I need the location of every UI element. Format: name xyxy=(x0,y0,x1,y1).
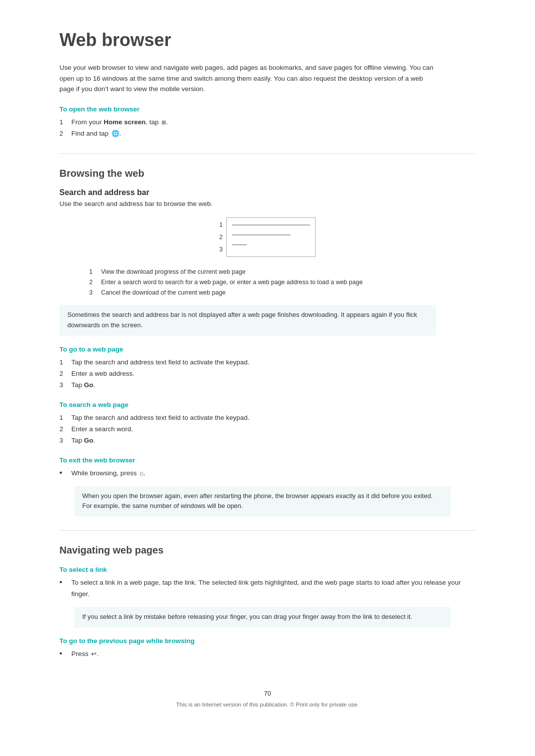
select-link-bullets: • To select a link in a web page, tap th… xyxy=(59,577,476,600)
exit-browser-bullet: • While browsing, press ⌂. xyxy=(59,468,476,479)
go-to-page-step-1: 1 Tap the search and address text field … xyxy=(59,357,476,368)
divider-1 xyxy=(59,153,476,154)
intro-paragraph: Use your web browser to view and navigat… xyxy=(59,62,436,95)
home-screen-bold: Home screen xyxy=(104,118,146,126)
browsing-web-heading: Browsing the web xyxy=(59,168,476,179)
go-bold-2: Go xyxy=(84,437,94,444)
globe-icon: 🌐 xyxy=(111,128,119,139)
diagram-label-2: 2 xyxy=(219,234,223,241)
navigating-heading: Navigating web pages xyxy=(59,545,476,556)
open-browser-step-1: 1 From your Home screen, tap ⊞. xyxy=(59,117,476,128)
go-to-page-steps: 1 Tap the search and address text field … xyxy=(59,357,476,391)
previous-page-heading: To go to the previous page while browsin… xyxy=(59,637,476,645)
go-to-page-step-2: 2 Enter a web address. xyxy=(59,368,476,380)
exit-browser-bullets: • While browsing, press ⌂. xyxy=(59,468,476,479)
search-bar-note: Sometimes the search and address bar is … xyxy=(59,305,436,336)
go-to-page-step-3: 3 Tap Go. xyxy=(59,380,476,391)
copyright-text: This is an Internet version of this publ… xyxy=(176,702,359,707)
go-bold-1: Go xyxy=(84,381,94,389)
bullet-icon-2: • xyxy=(59,578,66,586)
exit-browser-note: When you open the browser again, even af… xyxy=(74,486,451,517)
search-page-step-3: 3 Tap Go. xyxy=(59,435,476,447)
apps-icon: ⊞ xyxy=(161,118,166,127)
open-browser-heading: To open the web browser xyxy=(59,105,476,113)
diagram-label-1: 1 xyxy=(219,221,223,228)
diagram-box xyxy=(226,217,316,257)
page-number: 70 xyxy=(59,690,476,697)
page-title: Web browser xyxy=(59,30,476,50)
previous-page-bullets: • Press ↩. xyxy=(59,649,476,660)
select-link-heading: To select a link xyxy=(59,566,476,573)
diagram-label-3: 3 xyxy=(219,246,223,253)
search-bar-heading: Search and address bar xyxy=(59,188,476,197)
search-page-heading: To search a web page xyxy=(59,401,476,408)
search-bar-diagram: 1 2 3 xyxy=(59,217,476,257)
open-browser-step-2: 2 Find and tap 🌐. xyxy=(59,128,476,140)
search-bar-desc: Use the search and address bar to browse… xyxy=(59,200,476,207)
bullet-icon-3: • xyxy=(59,650,66,657)
search-page-step-1: 1 Tap the search and address text field … xyxy=(59,412,476,424)
diagram-line-1 xyxy=(232,225,310,226)
diagram-line-3 xyxy=(232,245,247,246)
back-icon: ↩ xyxy=(91,649,97,659)
page-footer: 70 This is an Internet version of this p… xyxy=(59,690,476,708)
caption-3: 3 Cancel the download of the current web… xyxy=(89,288,476,298)
caption-1: 1 View the download progress of the curr… xyxy=(89,267,476,277)
open-browser-steps: 1 From your Home screen, tap ⊞. 2 Find a… xyxy=(59,117,476,140)
diagram-captions: 1 View the download progress of the curr… xyxy=(89,267,476,299)
previous-page-bullet: • Press ↩. xyxy=(59,649,476,660)
search-page-step-2: 2 Enter a search word. xyxy=(59,424,476,435)
go-to-page-heading: To go to a web page xyxy=(59,346,476,353)
select-link-note: If you select a link by mistake before r… xyxy=(74,607,451,627)
divider-2 xyxy=(59,530,476,531)
home-icon: ⌂ xyxy=(140,468,144,479)
exit-browser-heading: To exit the web browser xyxy=(59,456,476,464)
caption-2: 2 Enter a search word to search for a we… xyxy=(89,277,476,288)
bullet-icon-1: • xyxy=(59,469,66,477)
select-link-bullet: • To select a link in a web page, tap th… xyxy=(59,577,476,600)
search-page-steps: 1 Tap the search and address text field … xyxy=(59,412,476,447)
diagram-line-2 xyxy=(232,235,290,236)
